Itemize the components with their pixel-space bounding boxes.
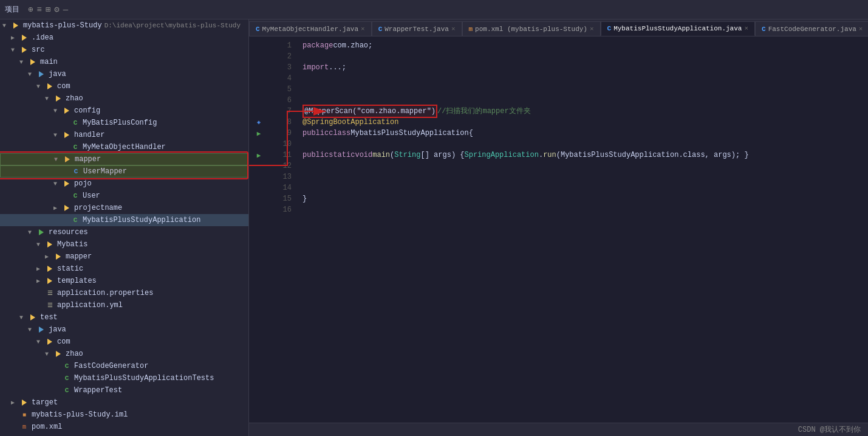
code-lines: package com.zhao;import ...;@MapperScan(… [298,36,868,423]
tab-close-wrappertest[interactable]: × [451,26,456,33]
sidebar-item-usermapper[interactable]: CUserMapper [0,165,248,178]
sidebar-item-fastcodegenerator[interactable]: CFastCodeGenerator [0,360,248,372]
sidebar-item-app-yml[interactable]: ☰application.yml [0,299,248,311]
sidebar-item-user[interactable]: CUser [0,190,248,202]
item-name-target: target [32,398,58,407]
line-number-11: 11 [268,150,292,161]
sidebar-item-iml-file[interactable]: ■mybatis-plus-Study.iml [0,409,248,421]
tab-close-pomxml[interactable]: × [590,26,594,33]
item-name-projectname: projectname [74,204,122,212]
gutter-line-10 [249,139,268,150]
sidebar-item-main[interactable]: main [0,56,248,68]
sidebar-item-mybatisplusapptests[interactable]: CMybatisPlusStudyApplicationTests [0,372,248,384]
token: { [469,128,473,139]
run-icon[interactable]: ▶ [257,130,261,137]
tab-label-fastcodegen: FastCodeGenerator.java [768,26,856,33]
sidebar-item-pojo[interactable]: pojo [0,178,248,190]
sidebar-item-test-zhao[interactable]: zhao [0,348,248,360]
sidebar-item-pom-file[interactable]: mpom.xml [0,421,248,433]
item-name-resources: resources [49,228,88,237]
token: MybatisPlusStudyApplication [350,128,468,139]
file-icon-folder [53,94,63,103]
tab-label-mybatisplusapp: MybatisPlusStudyApplication.java [613,25,742,32]
main-area: mybatis-plus-Study D:\idea\project\mybat… [0,19,868,436]
sidebar-item-java[interactable]: java [0,68,248,80]
sidebar-item-mybatis-res[interactable]: Mybatis [0,238,248,251]
item-name-mybatisplusapptests: MybatisPlusStudyApplicationTests [74,374,214,382]
sidebar-item-mapper[interactable]: mapper [0,153,248,165]
sidebar-item-test-com[interactable]: com [0,336,248,348]
code-line-4 [302,73,868,84]
code-line-3: import ...; [302,62,868,73]
sidebar-item-templates-res[interactable]: templates [0,275,248,287]
sidebar-item-mybatisplusapp-file[interactable]: CMybatisPlusStudyApplication [0,214,248,226]
tab-close-mybatisplusapp[interactable]: × [744,25,748,32]
sidebar-item-projectname[interactable]: projectname [0,202,248,214]
tree-arrow-handler [53,132,61,139]
item-name-project-root: mybatis-plus-Study [23,21,102,30]
gear-icon[interactable]: ⚙ [54,4,59,15]
file-icon-java-g: C [70,215,80,225]
token: .class, args); } [678,150,748,161]
sidebar-item-idea[interactable]: .idea [0,32,248,44]
settings-icon[interactable]: ⊕ [28,4,33,15]
token: ... [329,62,342,73]
file-icon-folder [62,203,72,213]
tab-wrappertest[interactable]: CWrapperTest.java× [372,21,462,36]
item-name-main: main [40,58,58,66]
token: ; [368,40,372,51]
sidebar-item-mybatisplusconfig[interactable]: CMyBatisPlusConfig [0,117,248,129]
sidebar-item-resources[interactable]: resources [0,226,248,238]
sidebar-item-zhao[interactable]: zhao [0,92,248,105]
file-icon-java-g: C [70,142,80,152]
gutter-line-5 [249,84,268,95]
token: import [302,62,329,73]
tree-arrow-projectname [53,204,61,212]
token: com.zhao [333,40,368,51]
sidebar-item-mymetaobjecthandler[interactable]: CMyMetaObjectHandler [0,141,248,153]
tree-arrow-test-java [28,327,35,333]
file-icon-java-g: C [62,373,72,383]
tree-arrow-config [53,108,61,114]
sidebar-item-src[interactable]: src [0,44,248,56]
gutter-line-16 [249,204,268,215]
project-label: 项目 [5,4,19,15]
tab-mybatisplusapp[interactable]: CMybatisPlusStudyApplication.java× [601,21,755,36]
sidebar-item-test[interactable]: test [0,311,248,324]
item-name-mybatisplusapp-file: MybatisPlusStudyApplication [83,216,200,224]
token: ( [390,150,394,161]
sidebar-item-handler[interactable]: handler [0,129,248,141]
sidebar-item-config[interactable]: config [0,105,248,117]
tree-arrow-java [28,71,35,78]
tree-arrow-com [36,83,44,90]
item-name-fastcodegenerator: FastCodeGenerator [74,362,148,370]
gutter-line-4 [249,73,268,84]
tab-close-fastcodegen[interactable]: × [859,26,863,33]
item-name-zhao: zhao [66,94,83,103]
run-icon[interactable]: ▶ [257,151,261,159]
sidebar-item-com[interactable]: com [0,80,248,92]
grid-icon[interactable]: ⊞ [46,4,50,15]
tab-mymetaobject[interactable]: CMyMetaObjectHandler.java× [249,21,372,36]
bookmark-icon: ◈ [257,119,261,126]
item-name-src: src [32,46,45,54]
sidebar-item-target[interactable]: target [0,396,248,409]
sidebar-item-wrappertest-file[interactable]: CWrapperTest [0,384,248,396]
item-name-mapper-res: mapper [66,252,92,261]
editor-content[interactable]: ◈▶▶ 12345678910111213141516 package com.… [249,36,868,423]
tree-arrow-zhao [45,95,52,102]
file-icon-java-g: C [62,361,72,371]
sidebar-item-project-root[interactable]: mybatis-plus-Study D:\idea\project\mybat… [0,19,248,32]
list-icon[interactable]: ≡ [36,5,41,15]
file-icon-folder [28,313,38,322]
code-line-11: public static void main(String[] args) {… [302,150,868,161]
line-number-7: 7 [268,106,292,117]
tab-fastcodegen[interactable]: CFastCodeGenerator.java× [755,21,868,36]
minimize-icon[interactable]: — [63,5,68,15]
sidebar-item-mapper-res[interactable]: mapper [0,251,248,263]
sidebar-item-static-res[interactable]: static [0,263,248,275]
sidebar-item-test-java[interactable]: java [0,324,248,336]
tab-close-mymetaobject[interactable]: × [361,26,365,33]
tab-pomxml[interactable]: mpom.xml (mybatis-plus-Study)× [462,21,601,36]
sidebar-item-app-properties[interactable]: ☰application.properties [0,287,248,299]
